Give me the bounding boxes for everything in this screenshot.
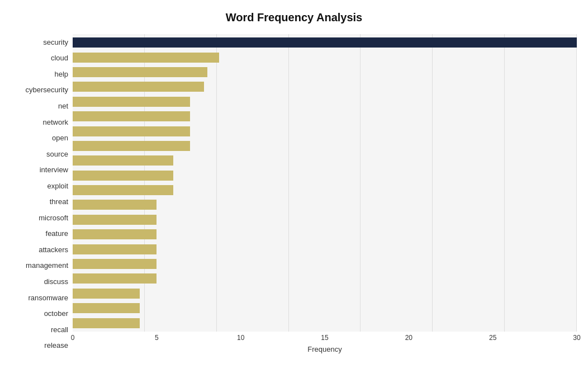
bar [73,67,207,77]
bar-row [73,125,577,138]
y-label: cybersecurity [25,83,68,97]
bar-row [73,95,577,108]
bar-row [73,272,577,285]
x-tick: 15 [321,334,328,342]
bar [73,229,157,239]
x-tick: 0 [71,334,75,342]
y-label: microsoft [39,210,68,225]
x-axis-label: Frequency [73,345,577,353]
plot-area: 051015202530 Frequency [73,34,577,353]
y-label: management [26,258,68,273]
bar [73,97,190,107]
bar [73,171,173,181]
x-axis: 051015202530 [73,332,577,343]
bar [73,82,204,92]
bar-row [73,198,577,211]
chart-title: Word Frequency Analysis [11,11,577,24]
bar-row [73,257,577,271]
bar [73,244,157,254]
bar [73,289,140,299]
y-label: help [54,67,68,81]
y-label: security [43,35,68,49]
y-label: cloud [51,51,68,65]
y-label: interview [40,163,68,177]
bar [73,200,157,210]
bar-row [73,110,577,123]
bar-row [73,301,577,315]
bar [73,318,140,328]
bar-row [73,213,577,226]
chart-area: securitycloudhelpcybersecuritynetnetwork… [11,34,577,353]
bar [73,53,219,63]
y-label: feature [46,226,68,241]
y-label: discuss [44,274,68,289]
y-label: network [42,115,68,129]
y-label: net [58,98,68,113]
y-label: october [44,306,68,321]
bar [73,259,157,269]
bar-row [73,243,577,256]
bar-row [73,51,577,64]
y-label: attackers [39,242,68,257]
bar [73,185,173,195]
bar [73,141,190,151]
bar-row [73,169,577,182]
bars-container [73,34,577,332]
bar [73,273,157,284]
x-tick: 25 [489,334,496,342]
bar-row [73,65,577,79]
y-label: recall [51,322,68,337]
bar-row [73,80,577,93]
y-label: ransomware [28,290,68,305]
y-label: release [44,338,68,353]
bar [73,155,173,166]
y-labels: securitycloudhelpcybersecuritynetnetwork… [11,34,73,353]
x-tick: 30 [573,334,580,342]
bar-row [73,36,577,49]
y-label: exploit [47,178,68,193]
bar-row [73,139,577,153]
y-label: open [52,131,68,145]
y-label: source [46,147,68,161]
bar [73,37,577,48]
bar-row [73,154,577,167]
bar-row [73,183,577,197]
bar-row [73,287,577,300]
y-label: threat [50,195,68,209]
bar [73,303,140,313]
bar-row [73,228,577,241]
grid-and-bars [73,34,577,332]
chart-container: Word Frequency Analysis securitycloudhel… [0,0,588,392]
x-tick: 10 [237,334,244,342]
x-tick: 20 [405,334,412,342]
bar-row [73,317,577,330]
bar [73,126,190,136]
x-tick: 5 [155,334,159,342]
bar [73,215,157,225]
bar [73,111,190,121]
